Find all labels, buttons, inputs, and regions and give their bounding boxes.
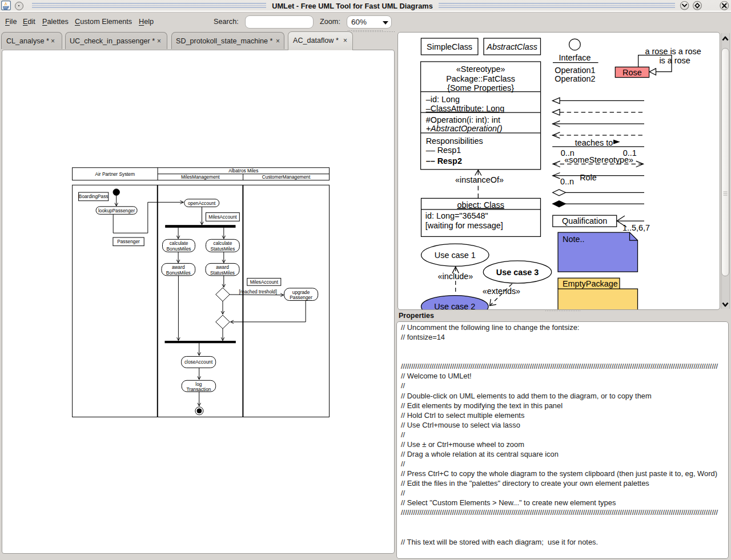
- svg-text:Passenger: Passenger: [290, 295, 312, 300]
- svg-text:EmptyPackage: EmptyPackage: [563, 279, 618, 288]
- svg-text:1..5,6,7: 1..5,6,7: [622, 223, 650, 232]
- svg-text:award: award: [172, 264, 185, 270]
- svg-text:#Operation(i: int): int: #Operation(i: int): int: [426, 115, 500, 124]
- svg-text:Operation1: Operation1: [555, 66, 595, 75]
- svg-text:Use case 2: Use case 2: [434, 302, 475, 309]
- svg-text:Operation2: Operation2: [555, 74, 595, 83]
- svg-text:–id: Long: –id: Long: [426, 95, 460, 104]
- svg-text:«extends»: «extends»: [483, 287, 520, 296]
- svg-text:Transaction: Transaction: [186, 386, 211, 392]
- svg-text:calculate: calculate: [170, 240, 188, 246]
- svg-text:[waiting for message]: [waiting for message]: [425, 221, 503, 230]
- svg-text:Qualification: Qualification: [562, 216, 607, 225]
- svg-text:StatusMiles: StatusMiles: [210, 246, 235, 252]
- svg-text:upgrade: upgrade: [292, 289, 310, 295]
- svg-text:«include»: «include»: [438, 272, 473, 281]
- svg-text:SimpleClass: SimpleClass: [427, 42, 472, 51]
- svg-text:id: Long="36548": id: Long="36548": [425, 211, 488, 220]
- svg-text:Note..: Note..: [563, 235, 584, 244]
- svg-text:MilesManagement: MilesManagement: [181, 174, 220, 180]
- svg-text:0..n: 0..n: [560, 177, 574, 186]
- svg-text:{Some Properties}: {Some Properties}: [447, 83, 514, 92]
- svg-text:[reached treshold]: [reached treshold]: [239, 289, 276, 295]
- svg-text:Albatros Miles: Albatros Miles: [228, 168, 258, 174]
- svg-text:–– Resp1: –– Resp1: [426, 146, 461, 155]
- svg-text:calculate: calculate: [214, 240, 232, 246]
- svg-text:Use case 3: Use case 3: [496, 268, 539, 277]
- svg-text:«instanceOf»: «instanceOf»: [455, 175, 504, 184]
- svg-text:–– Resp2: –– Resp2: [426, 156, 462, 166]
- svg-text:award: award: [216, 264, 229, 270]
- svg-text:object: Class: object: Class: [457, 200, 504, 210]
- svg-text:BonusMiles: BonusMiles: [166, 270, 191, 276]
- svg-text:MilesAccount: MilesAccount: [208, 214, 237, 220]
- svg-text:Responsibilities: Responsibilities: [426, 136, 483, 146]
- svg-text:+AbstractOperation(): +AbstractOperation(): [426, 124, 503, 133]
- svg-text:log: log: [195, 381, 202, 387]
- svg-text:–ClassAttribute: Long: –ClassAttribute: Long: [426, 104, 505, 113]
- svg-text:Interface: Interface: [559, 53, 591, 62]
- svg-text:MilesAccount: MilesAccount: [250, 279, 279, 285]
- svg-text:lookupPassenger: lookupPassenger: [98, 208, 135, 213]
- svg-text:Rose: Rose: [622, 68, 642, 77]
- svg-text:openAccount: openAccount: [188, 200, 216, 206]
- svg-text:is a rose: is a rose: [659, 56, 690, 65]
- svg-text:BoardingPass: BoardingPass: [79, 194, 109, 199]
- svg-text:Passenger: Passenger: [117, 239, 140, 244]
- svg-text:BonusMiles: BonusMiles: [167, 246, 191, 252]
- svg-text:StatusMiles: StatusMiles: [210, 270, 235, 276]
- svg-text:closeAccount: closeAccount: [184, 359, 213, 365]
- svg-text:Air Partner System: Air Partner System: [95, 171, 135, 177]
- svg-text:Package::FatClass: Package::FatClass: [446, 74, 515, 83]
- svg-text:Use case 1: Use case 1: [435, 251, 476, 260]
- svg-text:CustomerManagement: CustomerManagement: [262, 174, 311, 180]
- svg-text:teaches to: teaches to: [575, 138, 613, 147]
- svg-text:Role: Role: [580, 173, 597, 182]
- svg-text:«someStereotype»: «someStereotype»: [564, 155, 633, 164]
- svg-text:«Stereotype»: «Stereotype»: [456, 65, 505, 74]
- svg-text:AbstractClass: AbstractClass: [486, 42, 537, 51]
- svg-text:a rose is a rose: a rose is a rose: [645, 47, 701, 56]
